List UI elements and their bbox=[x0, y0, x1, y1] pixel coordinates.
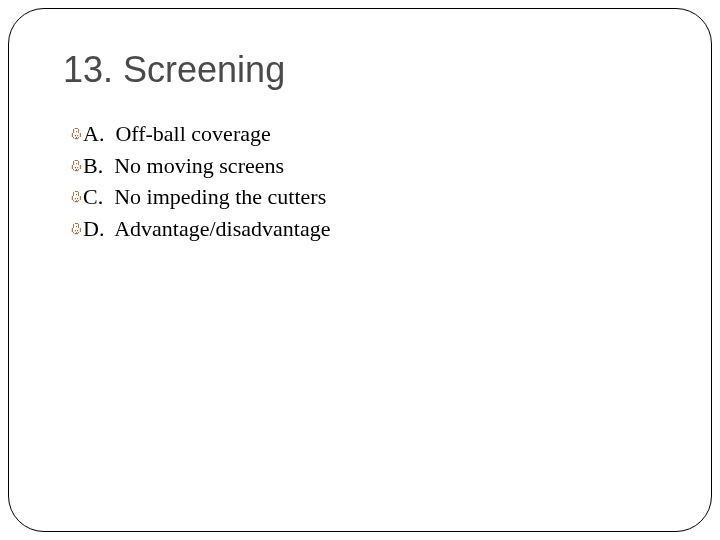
bullet-icon: ߷ bbox=[71, 121, 81, 148]
bullet-icon: ߷ bbox=[71, 216, 81, 243]
list-item: ߷ A. Off-ball coverage bbox=[71, 119, 661, 149]
list-item: ߷ C. No impeding the cutters bbox=[71, 182, 661, 212]
bullet-label: A. Off-ball coverage bbox=[83, 119, 271, 149]
bullet-list: ߷ A. Off-ball coverage ߷ B. No moving sc… bbox=[71, 119, 661, 244]
bullet-label: C. No impeding the cutters bbox=[83, 182, 326, 212]
list-item: ߷ B. No moving screens bbox=[71, 151, 661, 181]
bullet-label: B. No moving screens bbox=[83, 151, 284, 181]
slide-frame: 13. Screening ߷ A. Off-ball coverage ߷ B… bbox=[8, 8, 712, 532]
list-item: ߷ D. Advantage/disadvantage bbox=[71, 214, 661, 244]
bullet-label: D. Advantage/disadvantage bbox=[83, 214, 330, 244]
bullet-icon: ߷ bbox=[71, 184, 81, 211]
bullet-icon: ߷ bbox=[71, 153, 81, 180]
slide-title: 13. Screening bbox=[63, 49, 661, 91]
